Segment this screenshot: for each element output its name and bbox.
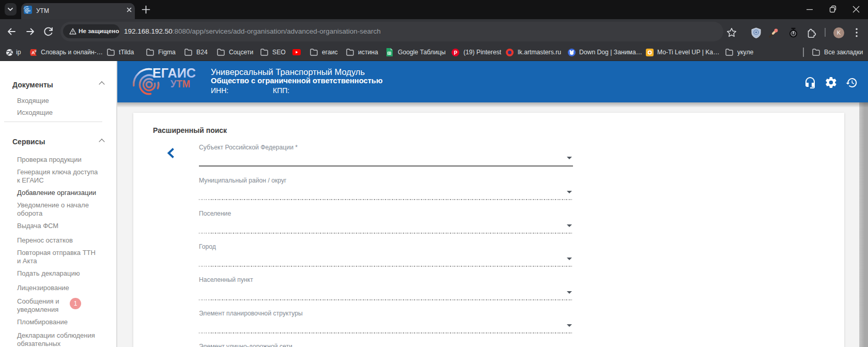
svg-text:P: P [454, 50, 458, 56]
svg-text:УТМ: УТМ [171, 78, 190, 89]
